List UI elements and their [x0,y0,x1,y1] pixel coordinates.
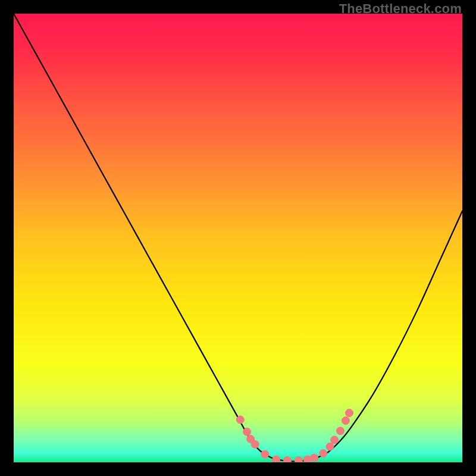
highlight-dot [261,450,269,458]
highlight-dot [303,456,311,462]
highlight-dot [326,443,334,450]
chart-frame [14,14,462,462]
highlight-dot [345,409,353,417]
highlight-dot [336,427,344,435]
highlight-dot [236,416,244,424]
highlight-dot [273,456,280,462]
highlight-dot [283,456,291,462]
highlight-dot [342,416,349,424]
gradient-background [14,14,462,462]
highlight-dot [331,436,339,444]
highlight-dot [251,440,259,448]
highlight-dot [243,428,251,436]
highlight-dot [320,449,327,457]
highlight-dot [311,454,318,462]
bottleneck-chart [14,14,462,462]
highlight-dot [295,456,302,462]
